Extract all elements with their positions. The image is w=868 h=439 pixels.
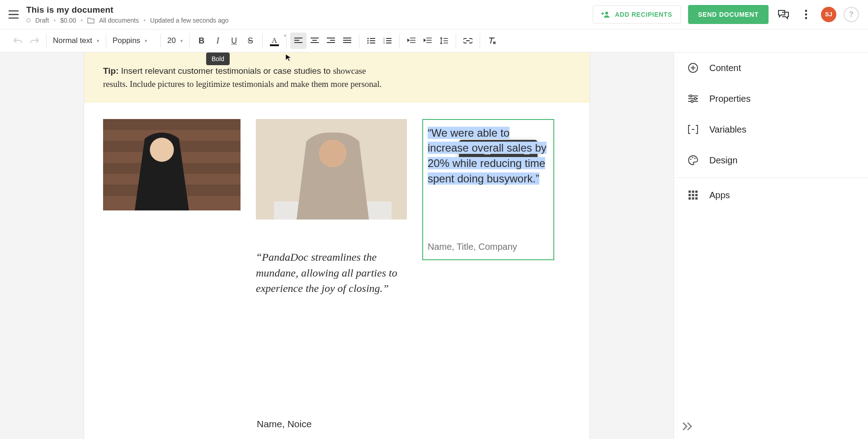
document-page: Tip: Insert relevant customer testimonia… xyxy=(84,52,590,439)
palette-icon xyxy=(687,154,699,167)
svg-rect-27 xyxy=(695,194,698,196)
numbered-list-button[interactable]: 123 xyxy=(379,33,396,49)
text-color-button[interactable]: A▾ xyxy=(266,33,283,49)
redo-button[interactable] xyxy=(26,33,42,49)
svg-rect-26 xyxy=(692,194,694,196)
status-dot-icon xyxy=(26,18,31,23)
indent-button[interactable] xyxy=(420,33,436,49)
sliders-icon xyxy=(687,92,699,105)
brackets-icon xyxy=(687,123,699,136)
bullet-list-button[interactable] xyxy=(363,33,379,49)
svg-rect-30 xyxy=(695,197,698,200)
svg-rect-28 xyxy=(689,197,691,200)
document-title[interactable]: This is my document xyxy=(26,5,586,15)
svg-point-3 xyxy=(805,17,807,19)
formatting-toolbar: Normal text▾ Poppins▾ 20▾ B I U S A▾ 123 xyxy=(0,29,868,52)
outdent-button[interactable] xyxy=(403,33,420,49)
person-add-icon xyxy=(601,11,610,18)
svg-point-0 xyxy=(605,11,608,14)
tip-label: Tip: xyxy=(103,66,118,76)
breadcrumb[interactable]: All documents xyxy=(99,17,139,24)
svg-point-20 xyxy=(692,157,693,158)
svg-point-1 xyxy=(805,10,807,12)
app-header: This is my document Draft • $0.00 • All … xyxy=(0,0,868,29)
align-right-button[interactable] xyxy=(323,33,339,49)
help-icon[interactable]: ? xyxy=(844,7,859,22)
updated-label: Updated a few seconds ago xyxy=(150,17,229,24)
plus-circle-icon xyxy=(687,62,699,74)
panel-design-tab[interactable]: Design xyxy=(674,145,868,176)
svg-point-17 xyxy=(694,98,697,100)
selected-quote-text: “We were able to increase overall sales … xyxy=(428,127,547,185)
strikethrough-button[interactable]: S xyxy=(242,33,259,49)
comments-icon[interactable] xyxy=(776,7,791,22)
menu-icon[interactable] xyxy=(7,8,20,21)
underline-button[interactable]: U xyxy=(226,33,242,49)
align-left-button[interactable] xyxy=(290,33,307,49)
canvas[interactable]: Tip: Insert relevant customer testimonia… xyxy=(0,52,674,439)
testimonial-image-2[interactable] xyxy=(256,119,407,220)
document-meta: This is my document Draft • $0.00 • All … xyxy=(26,5,586,24)
align-justify-button[interactable] xyxy=(339,33,355,49)
italic-button[interactable]: I xyxy=(210,33,226,49)
svg-point-16 xyxy=(690,95,692,97)
panel-content-tab[interactable]: Content xyxy=(674,52,868,83)
price-label: $0.00 xyxy=(60,17,76,24)
svg-point-4 xyxy=(367,38,368,39)
svg-point-18 xyxy=(691,100,693,103)
testimonial-image-1[interactable] xyxy=(103,119,241,210)
more-icon[interactable] xyxy=(798,7,814,22)
paragraph-style-select[interactable]: Normal text▾ xyxy=(47,36,106,45)
align-center-button[interactable] xyxy=(307,33,323,49)
link-button[interactable] xyxy=(460,33,476,49)
collapse-panel-button[interactable] xyxy=(682,422,694,433)
selected-quote-signature: Name, Title, Company xyxy=(428,240,517,253)
tip-callout[interactable]: Tip: Insert relevant customer testimonia… xyxy=(84,52,590,103)
font-size-select[interactable]: 20▾ xyxy=(161,36,189,45)
svg-rect-29 xyxy=(692,197,694,200)
font-family-select[interactable]: Poppins▾ xyxy=(106,36,160,45)
svg-point-2 xyxy=(805,13,807,15)
svg-rect-22 xyxy=(689,191,691,193)
svg-point-5 xyxy=(367,40,368,41)
add-recipients-button[interactable]: ADD RECIPIENTS xyxy=(593,5,681,24)
side-panel: Content Properties Variables Design Apps xyxy=(674,52,868,439)
clear-formatting-button[interactable] xyxy=(484,33,500,49)
panel-properties-tab[interactable]: Properties xyxy=(674,83,868,114)
selected-text-block[interactable]: “We were able to increase overall sales … xyxy=(422,119,554,260)
status-label: Draft xyxy=(35,17,49,24)
tooltip-bold: Bold xyxy=(206,52,230,65)
panel-apps-tab[interactable]: Apps xyxy=(674,180,868,210)
svg-rect-25 xyxy=(689,194,691,196)
tip-lead: Insert relevant customer testimonials or… xyxy=(118,66,333,76)
svg-text:3: 3 xyxy=(383,42,385,44)
panel-variables-tab[interactable]: Variables xyxy=(674,114,868,145)
testimonial-quote-2[interactable]: “PandaDoc streamlines the mundane, allow… xyxy=(256,220,407,296)
avatar[interactable]: SJ xyxy=(821,7,836,22)
send-document-button[interactable]: SEND DOCUMENT xyxy=(688,5,769,24)
svg-point-21 xyxy=(694,158,696,159)
line-spacing-button[interactable] xyxy=(436,33,452,49)
svg-point-6 xyxy=(367,42,368,43)
undo-button[interactable] xyxy=(10,33,26,49)
bold-button[interactable]: B xyxy=(193,33,210,49)
cursor-icon xyxy=(285,54,292,61)
folder-icon xyxy=(87,17,94,24)
svg-rect-23 xyxy=(692,191,694,193)
testimonial-signature-2[interactable]: Name, Noice xyxy=(84,296,590,429)
svg-point-19 xyxy=(690,159,692,160)
apps-grid-icon xyxy=(687,189,699,201)
svg-rect-24 xyxy=(695,191,698,193)
